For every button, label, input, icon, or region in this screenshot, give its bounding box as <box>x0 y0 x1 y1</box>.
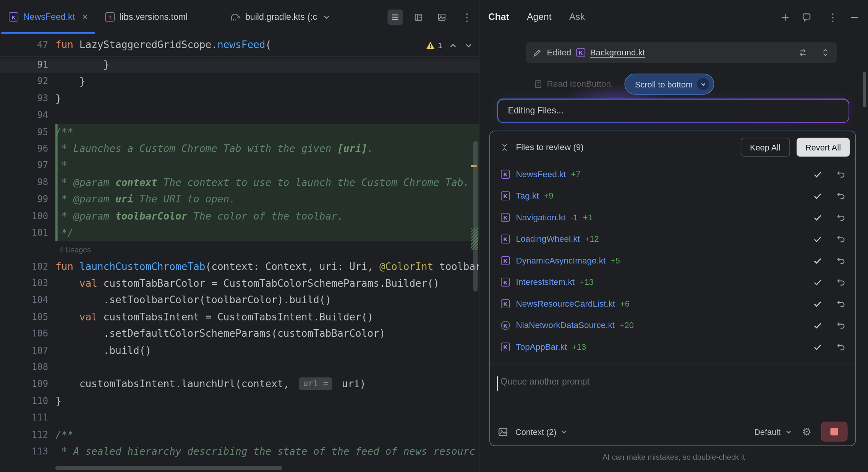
keep-all-button[interactable]: Keep All <box>740 138 790 157</box>
file-link[interactable]: NewsResourceCardList.kt <box>516 299 615 309</box>
code-line[interactable]: 107 .build() <box>0 342 479 359</box>
code-line[interactable]: 96 * Launches a Custom Chrome Tab with t… <box>0 141 479 157</box>
code-line[interactable]: 104 .setToolbarColor(toolbarColor).build… <box>0 292 479 309</box>
file-row[interactable]: KNiaNetworkDataSource.kt+20 <box>490 314 855 336</box>
new-chat-plus-icon[interactable] <box>781 13 790 22</box>
file-row[interactable]: KNavigation.kt-1+1 <box>490 206 855 228</box>
tab-libs-versions[interactable]: T libs.versions.toml <box>97 0 197 34</box>
approve-check-icon[interactable] <box>812 277 823 287</box>
revert-file-icon[interactable] <box>836 212 847 222</box>
code-line[interactable]: 112/** <box>0 427 479 443</box>
hide-panel-icon[interactable] <box>850 13 859 22</box>
code-line[interactable]: 99 * @param uri The URI to open. <box>0 191 479 208</box>
gear-icon[interactable]: ⚙ <box>802 426 812 437</box>
history-bubble-icon[interactable] <box>802 12 811 22</box>
scroll-to-bottom-button[interactable]: Scroll to bottom <box>624 74 714 95</box>
revert-file-icon[interactable] <box>836 320 847 330</box>
approve-check-icon[interactable] <box>812 299 823 309</box>
usages-inlay[interactable]: 4 Usages <box>0 241 479 258</box>
file-link[interactable]: Navigation.kt <box>516 212 565 222</box>
code-line[interactable]: 98 * @param context The context to use t… <box>0 174 479 191</box>
code-line[interactable]: 106 .setDefaultColorSchemeParams(customT… <box>0 325 479 342</box>
edited-file-link[interactable]: Background.kt <box>590 48 645 58</box>
usages-hint[interactable]: 4 Usages <box>55 246 91 254</box>
code-line[interactable]: 103 val customTabBarColor = CustomTabCol… <box>0 275 479 292</box>
file-link[interactable]: TopAppBar.kt <box>516 342 567 352</box>
close-tab-icon[interactable]: × <box>82 12 87 22</box>
collapse-all-icon[interactable] <box>500 142 509 152</box>
prompt-input[interactable]: Queue another prompt <box>497 372 849 394</box>
approve-check-icon[interactable] <box>812 255 823 265</box>
revert-file-icon[interactable] <box>836 342 847 352</box>
revert-all-button[interactable]: Revert All <box>797 138 850 157</box>
file-link[interactable]: InterestsItem.kt <box>516 277 575 287</box>
read-file-row[interactable]: Read IconButton. <box>534 78 613 91</box>
file-link[interactable]: NewsFeed.kt <box>516 169 566 179</box>
file-row[interactable]: KInterestsItem.kt+13 <box>490 271 855 293</box>
chevron-down-icon[interactable] <box>322 13 331 21</box>
code-line[interactable]: 100 * @param toolbarColor The color of t… <box>0 208 479 225</box>
more-kebab-icon[interactable]: ⋮ <box>828 12 838 23</box>
code-line[interactable]: 101 */ <box>0 225 479 241</box>
chevron-down-icon[interactable] <box>784 427 793 436</box>
code-line[interactable]: 91 } <box>0 57 479 73</box>
revert-file-icon[interactable] <box>836 255 847 265</box>
file-row[interactable]: KNewsFeed.kt+7 <box>490 163 855 185</box>
revert-file-icon[interactable] <box>836 299 847 309</box>
edited-file-card[interactable]: Edited K Background.kt <box>526 42 837 63</box>
file-row[interactable]: KLoadingWheel.kt+12 <box>490 228 855 250</box>
tab-agent[interactable]: Agent <box>527 11 551 23</box>
list-view-icon[interactable] <box>387 10 403 25</box>
vertical-scrollbar[interactable] <box>473 141 478 291</box>
image-attach-icon[interactable] <box>498 426 508 437</box>
open-diff-icon[interactable] <box>798 48 808 58</box>
code-line[interactable]: 94 <box>0 107 479 124</box>
approve-check-icon[interactable] <box>812 169 823 179</box>
file-link[interactable]: LoadingWheel.kt <box>516 234 580 244</box>
code-line[interactable]: 108 <box>0 359 479 376</box>
code-editor[interactable]: 91 }92 }93}9495/**96 * Launches a Custom… <box>0 57 479 460</box>
warning-icon[interactable] <box>426 41 435 50</box>
code-line[interactable]: 113 * A sealed hierarchy describing the … <box>0 443 479 460</box>
code-line[interactable]: 97 * <box>0 157 479 174</box>
code-line[interactable]: 102fun launchCustomChromeTab(context: Co… <box>0 258 479 275</box>
file-link[interactable]: Tag.kt <box>516 191 539 200</box>
approve-check-icon[interactable] <box>812 234 823 244</box>
chevron-up-icon[interactable] <box>449 41 458 50</box>
tab-ask[interactable]: Ask <box>569 11 585 23</box>
code-line[interactable]: 95/** <box>0 124 479 141</box>
file-row[interactable]: KTag.kt+9 <box>490 185 855 207</box>
chevron-down-icon[interactable] <box>464 41 473 50</box>
file-row[interactable]: KDynamicAsyncImage.kt+5 <box>490 249 855 271</box>
horizontal-scrollbar[interactable] <box>55 466 282 470</box>
code-line[interactable]: 109 customTabsIntent.launchUrl(context, … <box>0 376 479 393</box>
approve-check-icon[interactable] <box>812 191 823 200</box>
file-row[interactable]: KNewsResourceCardList.kt+6 <box>490 293 855 315</box>
stop-button[interactable] <box>821 422 848 441</box>
approve-check-icon[interactable] <box>812 320 823 330</box>
code-line[interactable]: 110} <box>0 393 479 410</box>
file-row[interactable]: KTopAppBar.kt+13 <box>490 336 855 358</box>
revert-file-icon[interactable] <box>836 169 847 179</box>
context-button[interactable]: Context (2) <box>515 427 557 436</box>
preview-image-icon[interactable] <box>434 10 450 25</box>
model-selector[interactable]: Default <box>754 427 781 436</box>
chat-scrollbar[interactable] <box>863 72 866 107</box>
file-link[interactable]: NiaNetworkDataSource.kt <box>516 320 614 330</box>
tab-build-gradle[interactable]: build.gradle.kts (:c <box>221 0 340 34</box>
approve-check-icon[interactable] <box>812 212 823 222</box>
code-line[interactable]: 93} <box>0 90 479 107</box>
code-line[interactable]: 111 <box>0 410 479 427</box>
tab-chat[interactable]: Chat <box>488 11 509 23</box>
sticky-line[interactable]: 47 fun LazyStaggeredGridScope.newsFeed( … <box>0 34 479 57</box>
revert-file-icon[interactable] <box>836 277 847 287</box>
code-line[interactable]: 105 val customTabsIntent = CustomTabsInt… <box>0 309 479 325</box>
file-link[interactable]: DynamicAsyncImage.kt <box>516 255 606 265</box>
split-view-icon[interactable] <box>411 10 426 25</box>
approve-check-icon[interactable] <box>812 342 823 352</box>
expand-collapse-icon[interactable] <box>820 48 830 58</box>
tab-newsfeed[interactable]: K NewsFeed.kt × <box>0 0 97 34</box>
code-line[interactable]: 92 } <box>0 73 479 90</box>
revert-file-icon[interactable] <box>836 191 847 200</box>
more-kebab-icon[interactable]: ⋮ <box>462 12 472 23</box>
